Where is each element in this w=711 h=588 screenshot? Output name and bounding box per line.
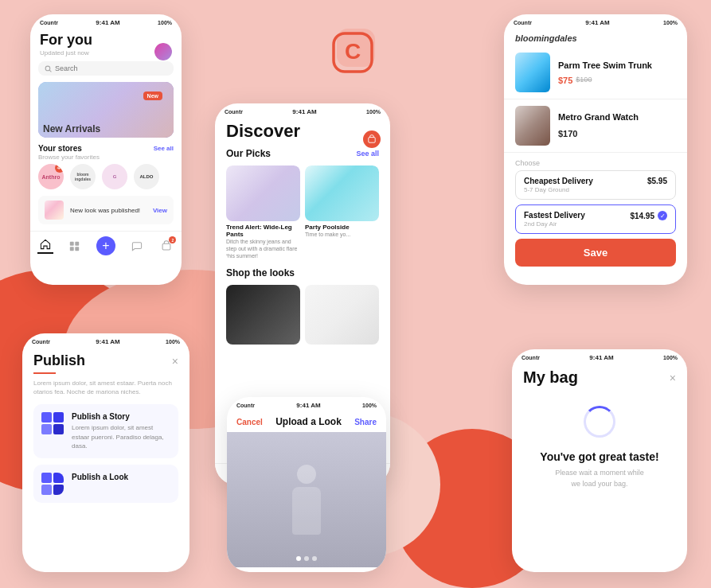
notif-text: New look was published! — [70, 207, 146, 214]
story-option-icon — [41, 412, 64, 434]
cheapest-delivery-name: Cheapest Delivery — [524, 177, 593, 185]
time-5: 9:41 AM — [296, 402, 320, 409]
battery-4: 100% — [166, 339, 180, 345]
save-button[interactable]: Save — [515, 239, 676, 267]
stores-see-all[interactable]: See all — [154, 145, 174, 152]
store-item-anthro[interactable]: Anthro 44 — [38, 164, 64, 189]
svg-rect-9 — [162, 243, 170, 250]
fastest-delivery-sub: 2nd Day Air — [524, 220, 585, 228]
looks-title: Shop the looks — [226, 267, 295, 278]
store-item-glossier[interactable]: G — [102, 164, 127, 189]
user-avatar-1[interactable] — [154, 43, 172, 60]
battery-2: 100% — [366, 109, 381, 115]
svg-rect-7 — [70, 247, 74, 251]
picks-see-all[interactable]: See all — [356, 150, 379, 158]
carrier-3: Countr — [514, 20, 532, 25]
upload-title: Upload a Look — [275, 416, 342, 427]
cheapest-delivery-sub: 5-7 Day Ground — [524, 186, 593, 193]
nav-add-1[interactable]: + — [96, 236, 115, 255]
fastest-delivery-price: $14.95 — [630, 212, 654, 220]
discover-title: Discover — [226, 121, 379, 142]
product-2[interactable]: Metro Grand Watch $170 — [504, 99, 687, 153]
search-bar-1[interactable] — [38, 61, 174, 76]
nav-grid-1[interactable] — [67, 238, 83, 254]
new-badge: New — [143, 92, 162, 100]
status-bar-4: Countr 9:41 AM 100% — [22, 333, 189, 348]
selected-checkmark: ✓ — [658, 211, 667, 220]
center-logo: C — [330, 22, 381, 76]
status-bar-1: Countr 9:41 AM 100% — [30, 14, 182, 29]
store-item-aldo[interactable]: ALDO — [134, 164, 159, 189]
phone-publish: Countr 9:41 AM 100% Publish × Lorem ipsu… — [22, 333, 189, 572]
battery-5: 100% — [362, 403, 377, 408]
loading-desc: Please wait a moment whilewe load your b… — [555, 468, 644, 489]
phone-my-bag: Countr 9:41 AM 100% My bag × You've got … — [512, 349, 687, 572]
stores-list: Anthro 44 bloomingdales G ALDO — [30, 164, 182, 196]
time-1: 9:41 AM — [96, 19, 119, 26]
delivery-cheapest[interactable]: Cheapest Delivery 5-7 Day Ground $5.95 — [515, 170, 676, 200]
svg-rect-5 — [70, 241, 74, 245]
notif-view-link[interactable]: View — [153, 207, 167, 214]
product-img-1 — [515, 53, 550, 92]
cancel-button-5[interactable]: Cancel — [236, 418, 263, 426]
delivery-fastest[interactable]: Fastest Delivery 2nd Day Air $14.95 ✓ — [515, 204, 676, 234]
dot-3 — [312, 556, 317, 561]
bag-loading: You've got great taste! Please wait a mo… — [512, 387, 687, 502]
pick-desc-2: Time to make yo... — [305, 231, 379, 238]
nav-bag-1[interactable]: 2 — [158, 238, 174, 254]
pick-label-2: Party Poolside — [305, 224, 379, 231]
product-price-1: $75 — [558, 76, 572, 85]
picks-title: Our Picks — [226, 148, 271, 159]
svg-line-4 — [49, 70, 51, 72]
product-img-2 — [515, 106, 550, 146]
product-original-price-1: $100 — [576, 76, 592, 84]
product-1[interactable]: Parm Tree Swim Trunk $75 $100 — [504, 46, 687, 99]
phone-upload-look: Countr 9:41 AM 100% Cancel Upload a Look… — [227, 397, 386, 572]
new-arrivals-banner[interactable]: New New Arrivals — [38, 82, 174, 138]
publish-story-option[interactable]: Publish a Story Lorem ipsum dolor, sit a… — [33, 404, 178, 458]
product-price-2: $170 — [558, 129, 577, 138]
pick-card-pants[interactable]: Trend Alert: Wide-Leg Pants Ditch the sk… — [226, 165, 300, 259]
status-bar-6: Countr 9:41 AM 100% — [512, 349, 687, 364]
new-look-notification: New look was published! View — [38, 196, 174, 224]
look-img-1[interactable] — [226, 285, 300, 345]
cheapest-delivery-price: $5.95 — [647, 177, 667, 185]
stores-subtitle: Browse your favorites — [30, 154, 182, 161]
look-option-content: Publish a Look — [72, 473, 170, 484]
status-bar-2: Countr 9:41 AM 100% — [215, 103, 390, 118]
svg-text:C: C — [344, 39, 360, 64]
close-button-4[interactable]: × — [172, 355, 178, 368]
time-2: 9:41 AM — [292, 108, 316, 115]
store-item-bloomingdales[interactable]: bloomingdales — [70, 164, 96, 189]
pick-label-1: Trend Alert: Wide-Leg Pants — [226, 224, 300, 238]
carrier-1: Countr — [40, 20, 58, 25]
carrier-2: Countr — [225, 109, 243, 115]
nav-chat-1[interactable] — [129, 238, 145, 254]
search-input-1[interactable] — [55, 64, 167, 72]
publish-desc: Lorem ipsum dolor, sit amest estaar. Pue… — [22, 379, 189, 404]
look-img-2[interactable] — [305, 285, 379, 345]
story-option-title: Publish a Story — [72, 412, 170, 421]
carrier-4: Countr — [32, 339, 50, 345]
stores-title: Your stores — [38, 144, 82, 153]
look-option-icon — [41, 473, 64, 495]
close-button-6[interactable]: × — [670, 372, 676, 384]
nav-home-1[interactable] — [37, 238, 53, 254]
cart-icon-2[interactable] — [363, 130, 381, 148]
pick-card-poolside[interactable]: Party Poolside Time to make yo... — [305, 165, 379, 259]
share-button-5[interactable]: Share — [354, 418, 377, 426]
loading-title: You've got great taste! — [540, 450, 658, 463]
publish-title: Publish — [33, 352, 85, 369]
phone-bloomingdales: Countr 9:41 AM 100% bloomingdales Parm T… — [504, 14, 687, 285]
for-you-title: For you — [40, 32, 172, 49]
publish-look-option[interactable]: Publish a Look — [33, 465, 178, 503]
battery-3: 100% — [663, 20, 678, 25]
loading-spinner — [584, 406, 615, 438]
dot-1 — [296, 556, 301, 561]
product-info-2: Metro Grand Watch $170 — [558, 111, 676, 139]
our-picks-section: Our Picks See all Trend Alert: Wide-Leg … — [215, 148, 390, 345]
carrier-6: Countr — [522, 355, 540, 360]
story-option-desc: Lorem ipsum dolor, sit amest estaar puer… — [72, 423, 170, 450]
publish-header: Publish × — [22, 348, 189, 369]
looks-grid — [226, 285, 379, 345]
